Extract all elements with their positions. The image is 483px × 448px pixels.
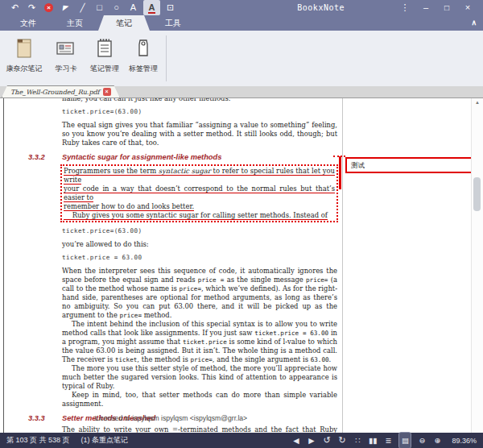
- note-count: (1) 条重点笔记: [81, 435, 129, 446]
- title-bar: ↶ ↷ × ◤ ╱ □ ○ A A ⊡ BookxNote ⋮ – □ ×: [0, 0, 483, 15]
- cornell-notes-button[interactable]: 康奈尔笔记: [2, 31, 47, 86]
- window-title: BookxNote: [297, 3, 345, 12]
- note-manager-icon: [94, 38, 115, 59]
- highlighted-line: Ruby gives you some syntactic sugar for …: [64, 211, 335, 220]
- document-tab-label: The_Well-Grounded_Ru.pdf: [10, 89, 100, 96]
- vertical-scrollbar[interactable]: ▲: [471, 98, 483, 433]
- select-cursor-icon[interactable]: ◤: [57, 0, 74, 16]
- document-tab[interactable]: The_Well-Grounded_Ru.pdf ×: [2, 85, 120, 97]
- paragraph-interpreter: When the interpreter sees this sequence …: [62, 267, 337, 320]
- pen-line-icon[interactable]: ╱: [74, 0, 91, 15]
- undo-icon[interactable]: ↶: [6, 0, 23, 15]
- study-card-icon: [56, 38, 76, 59]
- close-button[interactable]: ×: [459, 0, 477, 15]
- tag-manager-button[interactable]: 标签管理: [124, 31, 163, 86]
- text-tool-icon[interactable]: A: [125, 0, 142, 15]
- margin-note[interactable]: 测试: [345, 157, 474, 173]
- dual-page-icon[interactable]: ▮▮: [369, 433, 377, 448]
- maximize-button[interactable]: □: [438, 0, 456, 15]
- highlight-tool-icon[interactable]: A: [143, 0, 160, 15]
- menu-tab-home[interactable]: 主页: [52, 15, 98, 31]
- paragraph-keep-in-mind: Keep in mind, too, that setter methods c…: [62, 391, 337, 409]
- single-page-icon[interactable]: ≣: [384, 433, 392, 448]
- section-heading-332: 3.3.2 Syntactic sugar for assignment-lik…: [28, 153, 342, 162]
- bookxnote-window: ↶ ↷ × ◤ ╱ □ ○ A A ⊡ BookxNote ⋮ – □ × 文件…: [0, 0, 483, 448]
- section-number: 3.3.2: [28, 153, 62, 162]
- prev-page-icon[interactable]: ◀: [292, 433, 300, 448]
- license-footer: Licensed to ispylqsm ispylqsm <ispylqsm@…: [0, 414, 342, 422]
- highlighted-line: Programmers use the term syntactic sugar…: [64, 167, 335, 185]
- scrollbar-thumb[interactable]: [473, 177, 481, 211]
- rectangle-tool-icon[interactable]: □: [91, 0, 108, 15]
- minimize-button[interactable]: –: [417, 0, 435, 15]
- clear-annotations-icon[interactable]: ×: [44, 3, 53, 12]
- annotation-leader-bar: [339, 156, 341, 189]
- study-card-label: 学习卡: [56, 64, 77, 74]
- collapse-ribbon-icon[interactable]: ∧: [471, 15, 477, 31]
- study-card-button[interactable]: 学习卡: [47, 31, 85, 86]
- redo-icon[interactable]: ↷: [23, 0, 40, 15]
- pdf-page: name; you can call it just like any othe…: [28, 98, 342, 433]
- zoom-level: 89.36%: [452, 437, 477, 445]
- pdf-viewer: name; you can call it just like any othe…: [0, 97, 483, 433]
- continuous-page-icon[interactable]: ▤: [399, 433, 411, 448]
- paragraph-allowed: you’re allowed to do this:: [62, 240, 337, 249]
- zoom-out-icon[interactable]: ⊖: [418, 433, 426, 448]
- note-flag-icon[interactable]: ⊡: [162, 0, 179, 15]
- next-page-icon[interactable]: ▶: [308, 433, 316, 448]
- ribbon-toolbar: 康奈尔笔记 学习卡: [0, 31, 483, 86]
- note-manager-button[interactable]: 笔记管理: [85, 31, 124, 86]
- status-left: 第 103 页 共 538 页 (1) 条重点笔记: [6, 435, 128, 446]
- scroll-up-icon[interactable]: ▲: [472, 100, 483, 105]
- highlight-annotation-box[interactable]: Programmers use the term syntactic sugar…: [60, 164, 338, 222]
- highlighted-line: remember how to do and looks better.: [64, 202, 335, 211]
- status-bar: 第 103 页 共 538 页 (1) 条重点笔记 ◀ ▶ ↺ ↻ ∷ ▮▮ ≣…: [0, 433, 483, 448]
- overflow-menu-icon[interactable]: ⋮: [396, 0, 414, 15]
- zoom-in-icon[interactable]: ⊕: [433, 433, 441, 448]
- document-tab-close-icon[interactable]: ×: [103, 88, 111, 96]
- page-indicator: 第 103 页 共 538 页: [6, 435, 70, 446]
- left-panel-edge: [3, 98, 4, 433]
- rotate-ccw-icon[interactable]: ↺: [323, 433, 331, 448]
- cornell-notebook-icon: [14, 38, 35, 59]
- highlighted-line: your code in a way that doesn’t correspo…: [64, 185, 335, 202]
- cornell-notes-label: 康奈尔笔记: [6, 64, 43, 74]
- menu-tab-notes[interactable]: 笔记: [98, 15, 150, 31]
- tag-manager-label: 标签管理: [129, 64, 158, 74]
- status-right: ◀ ▶ ↺ ↻ ∷ ▮▮ ≣ ▤ ⊖ ⊕ 89.36%: [292, 433, 477, 448]
- menu-tab-tools[interactable]: 工具: [150, 15, 196, 31]
- code-block-1: ticket.price=(63.00): [62, 108, 342, 116]
- document-tab-strip: The_Well-Grounded_Ru.pdf ×: [0, 86, 483, 97]
- paragraph-equal-sign: The equal sign gives you that familiar “…: [62, 121, 337, 147]
- note-manager-label: 笔记管理: [90, 64, 119, 74]
- annotation-panel-divider: [342, 98, 343, 433]
- menu-tab-file[interactable]: 文件: [5, 15, 52, 31]
- code-block-3: ticket.price = 63.00: [62, 254, 342, 262]
- section-title: Syntactic sugar for assignment-like meth…: [62, 153, 221, 162]
- paragraph-ability: The ability to write your own =-terminat…: [62, 425, 337, 433]
- tag-manager-icon: [133, 38, 154, 59]
- ellipse-tool-icon[interactable]: ○: [108, 0, 125, 15]
- ribbon-group-divider: [166, 35, 167, 81]
- paragraph-setter-style: The more you use this setter style of me…: [62, 364, 337, 391]
- thumbnail-grid-icon[interactable]: ∷: [353, 433, 361, 448]
- menu-bar: 文件 主页 笔记 工具 ∧: [0, 15, 483, 31]
- code-block-2: ticket.price=(63.00): [62, 227, 342, 235]
- paragraph-clipped: name; you can call it just like any othe…: [62, 97, 337, 103]
- rotate-cw-icon[interactable]: ↻: [338, 433, 346, 448]
- window-controls: ⋮ – □ ×: [396, 0, 477, 15]
- paragraph-intent: The intent behind the inclusion of this …: [62, 320, 337, 364]
